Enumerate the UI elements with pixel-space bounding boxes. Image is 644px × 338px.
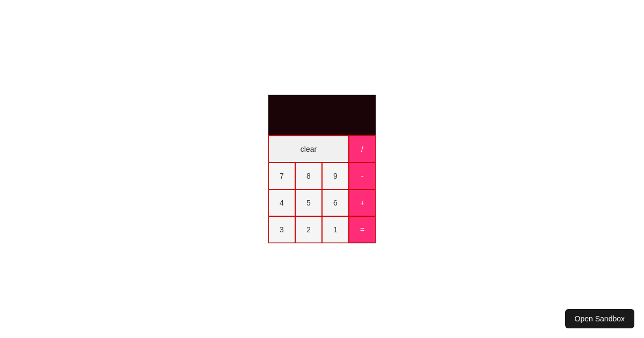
one-button[interactable]: 1	[322, 216, 349, 243]
buttons-grid: clear / 7 8 9 - 4 5 6 + 3 2 1 =	[268, 135, 376, 243]
nine-button[interactable]: 9	[322, 163, 349, 189]
three-button[interactable]: 3	[268, 216, 295, 243]
two-button[interactable]: 2	[295, 216, 322, 243]
calculator: clear / 7 8 9 - 4 5 6 + 3 2 1 =	[268, 94, 376, 244]
open-sandbox-button[interactable]: Open Sandbox	[565, 309, 634, 328]
seven-button[interactable]: 7	[268, 163, 295, 189]
six-button[interactable]: 6	[322, 189, 349, 216]
four-button[interactable]: 4	[268, 189, 295, 216]
minus-button[interactable]: -	[349, 163, 376, 189]
divide-button[interactable]: /	[349, 136, 376, 163]
eight-button[interactable]: 8	[295, 163, 322, 189]
calculator-display	[268, 95, 376, 135]
equals-button[interactable]: =	[349, 216, 376, 243]
clear-button[interactable]: clear	[268, 136, 349, 163]
five-button[interactable]: 5	[295, 189, 322, 216]
plus-button[interactable]: +	[349, 189, 376, 216]
